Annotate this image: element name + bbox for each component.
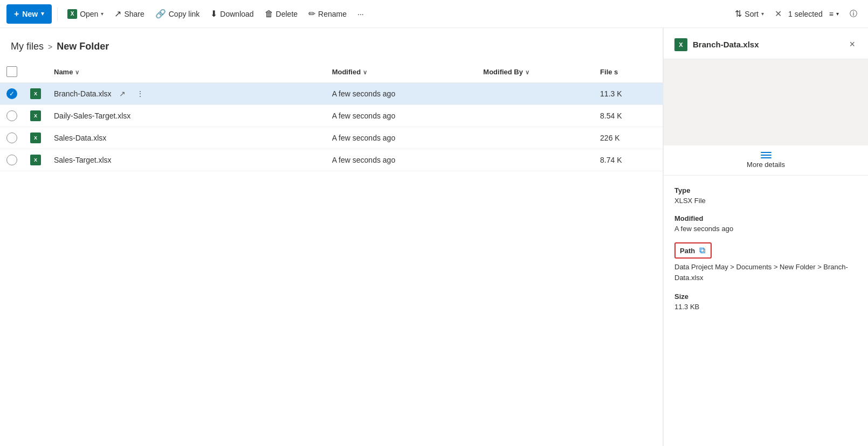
table-row[interactable]: X Sales-Data.xlsx A few seconds ago226 K [0,127,663,149]
excel-toolbar-icon: X [67,9,77,19]
th-modified[interactable]: Modified ∨ [326,61,477,83]
th-checkbox [0,61,24,83]
table-row[interactable]: X Daily-Sales-Target.xlsx A few seconds … [0,105,663,127]
detail-panel: X Branch-Data.xlsx × More details Type X… [663,28,868,446]
new-button[interactable]: + New ▾ [6,4,52,24]
row-share-button[interactable]: ↗ [116,88,129,99]
file-name-link[interactable]: Daily-Sales-Target.xlsx [54,111,130,120]
detail-filename: Branch-Data.xlsx [693,40,842,49]
download-button[interactable]: ⬇ Download [206,4,258,24]
row-size: 8.74 K [594,149,663,171]
th-file-size: File s [594,61,663,83]
copy-link-button[interactable]: 🔗 Copy link [151,4,204,24]
share-button[interactable]: ↗ Share [110,4,148,24]
row-name[interactable]: Sales-Data.xlsx [47,127,326,149]
delete-button[interactable]: 🗑 Delete [260,4,302,24]
sort-label: Sort [745,10,759,18]
more-details-label: More details [747,161,785,169]
row-file-type-icon: X [24,149,47,171]
excel-file-icon: X [30,155,41,165]
file-name-link[interactable]: Sales-Data.xlsx [54,134,106,142]
new-chevron-icon: ▾ [41,10,44,17]
row-checkbox[interactable] [0,127,24,149]
rename-label: Rename [318,10,347,18]
row-size: 8.54 K [594,105,663,127]
link-icon: 🔗 [155,9,166,19]
detail-info: Type XLSX File Modified A few seconds ag… [664,176,868,331]
new-label: New [22,10,38,18]
row-name[interactable]: Daily-Sales-Target.xlsx [47,105,326,127]
row-name[interactable]: Sales-Target.xlsx [47,149,326,171]
row-checkbox[interactable]: ✓ [0,83,24,105]
selected-count-label: 1 selected [788,10,823,18]
row-file-type-icon: X [24,83,47,105]
file-name-link[interactable]: Branch-Data.xlsx [54,89,112,98]
toolbar: + New ▾ X Open ▾ ↗ Share 🔗 Copy link ⬇ D… [0,0,868,28]
row-size: 11.3 K [594,83,663,105]
breadcrumb-current: New Folder [57,41,109,52]
copy-link-label: Copy link [169,10,200,18]
toolbar-right: ⇅ Sort ▾ ✕ 1 selected ≡ ▾ ⓘ [731,4,862,24]
file-preview [664,59,868,145]
path-section: Path ⧉ Data Project May > Documents > Ne… [674,242,857,283]
th-modified-by[interactable]: Modified By ∨ [477,61,594,83]
th-icon [24,61,47,83]
rename-button[interactable]: ✏ Rename [304,4,351,24]
more-details-button[interactable]: More details [664,145,868,176]
open-button[interactable]: X Open ▾ [63,4,108,24]
breadcrumb-separator: > [48,43,52,51]
toolbar-separator [57,8,58,20]
file-table: Name ∨ Modified ∨ Modified By ∨ File s [0,61,663,171]
row-more-button[interactable]: ⋮ [133,88,147,99]
row-checkbox[interactable] [0,105,24,127]
rename-icon: ✏ [308,9,315,19]
detail-close-button[interactable]: × [847,37,857,52]
th-name[interactable]: Name ∨ [47,61,326,83]
main-layout: My files > New Folder Name ∨ Modified [0,28,868,446]
more-details-icon [761,152,771,158]
table-row[interactable]: X Sales-Target.xlsx A few seconds ago8.7… [0,149,663,171]
row-modified-by [477,127,594,149]
download-icon: ⬇ [210,9,217,19]
excel-file-icon: X [30,88,41,99]
excel-file-icon: X [30,133,41,143]
path-value: Data Project May > Documents > New Folde… [674,262,857,283]
row-modified-by [477,149,594,171]
file-name-link[interactable]: Sales-Target.xlsx [54,156,112,164]
row-modified: A few seconds ago [326,105,477,127]
modified-row: Modified A few seconds ago [674,214,857,233]
row-name[interactable]: Branch-Data.xlsx ↗ ⋮ [47,83,326,105]
share-label: Share [124,10,144,18]
type-label: Type [674,186,857,194]
copy-path-button[interactable]: ⧉ [698,246,706,255]
file-area: My files > New Folder Name ∨ Modified [0,28,663,446]
excel-file-icon: X [30,110,41,121]
breadcrumb-my-files[interactable]: My files [11,41,44,52]
download-label: Download [220,10,253,18]
row-modified-by [477,105,594,127]
more-button[interactable]: ··· [353,4,368,24]
modified-value: A few seconds ago [674,225,857,233]
info-icon: ⓘ [850,9,857,19]
row-checkbox[interactable] [0,149,24,171]
detail-file-icon: X [674,38,687,51]
copy-path-icon: ⧉ [699,246,705,255]
selected-checkmark: ✓ [6,88,17,99]
delete-label: Delete [276,10,298,18]
table-row[interactable]: ✓X Branch-Data.xlsx ↗ ⋮ A few seconds ag… [0,83,663,105]
view-options-button[interactable]: ≡ ▾ [825,4,843,24]
row-file-type-icon: X [24,105,47,127]
size-row: Size 11.3 KB [674,292,857,311]
row-actions: ↗ ⋮ [112,88,147,99]
info-button[interactable]: ⓘ [845,4,862,24]
row-modified-by [477,83,594,105]
path-label: Path [680,247,695,255]
deselect-button[interactable]: ✕ [770,6,786,21]
delete-icon: 🗑 [265,9,273,19]
sort-button[interactable]: ⇅ Sort ▾ [731,4,768,24]
row-modified: A few seconds ago [326,149,477,171]
sort-icon: ⇅ [735,9,742,19]
view-options-icon: ≡ [829,10,833,18]
more-label: ··· [357,10,364,18]
view-options-chevron: ▾ [836,11,839,17]
